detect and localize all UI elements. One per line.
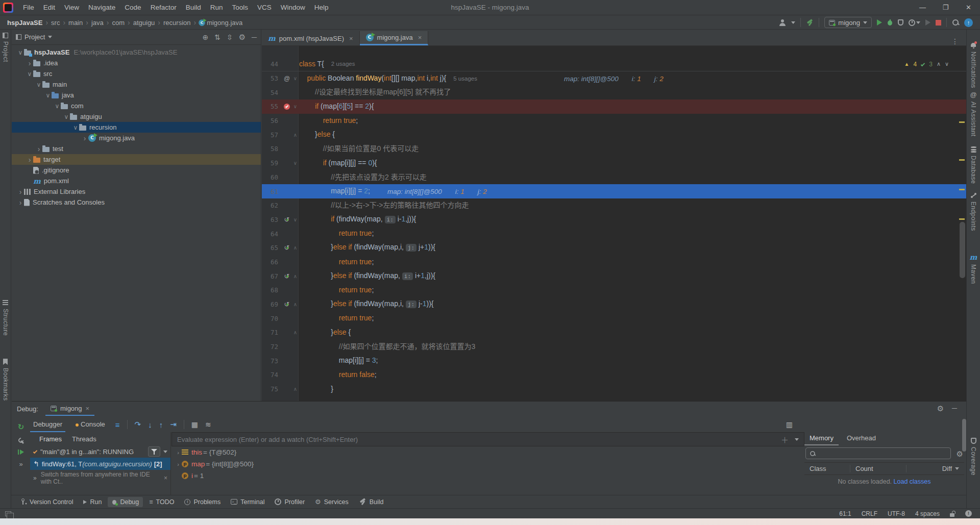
view-options-icon[interactable]: ≋ [205, 420, 211, 429]
chevron-down-icon[interactable]: ∨ [26, 70, 33, 78]
line-number[interactable]: 71 [262, 329, 282, 336]
line-number[interactable]: 44 [262, 60, 282, 68]
code-line-66[interactable]: 66 return true; [262, 255, 966, 269]
line-number[interactable]: 66 [262, 258, 282, 266]
expand-all-icon[interactable]: ⇅ [214, 33, 220, 41]
line-number[interactable]: 73 [262, 357, 282, 365]
menu-window[interactable]: Window [276, 0, 310, 15]
menu-file[interactable]: File [18, 0, 39, 15]
sidebar-item-ai-assistant[interactable]: @AI Assistant [967, 91, 980, 137]
fold-marker-icon[interactable]: ∨ [291, 160, 299, 166]
code-line-62[interactable]: 62 //以上->右->下->左的策略往其他四个方向走 [262, 198, 966, 213]
stack-frame-row[interactable]: ↰ findWay:61, T (com.atguigu.recursion) … [30, 458, 170, 470]
chevron-right-icon[interactable]: › [26, 59, 33, 67]
menu-build[interactable]: Build [181, 0, 206, 15]
code-line-72[interactable]: 72 //如果四个位置都走不通，就将该位置置为3 [262, 340, 966, 354]
code-line-65[interactable]: 65↺∧ }else if (findWay(map,i, j: j+1)){ [262, 241, 966, 255]
tree-item-recursion[interactable]: ∨recursion [12, 122, 261, 133]
next-issue-icon[interactable]: ∨ [945, 61, 949, 67]
line-ending[interactable]: CRLF [862, 510, 877, 517]
caret-position[interactable]: 61:1 [839, 510, 851, 517]
code-line-67[interactable]: 67↺∧ }else if (findWay(map, i: i+1,j)){ [262, 269, 966, 283]
chevron-down-icon[interactable]: ∨ [63, 113, 70, 120]
menu-run[interactable]: Run [206, 0, 228, 15]
file-encoding[interactable]: UTF-8 [888, 510, 905, 517]
code-line-59[interactable]: 59∨ if (map[i][j] == 0){ [262, 156, 966, 170]
breadcrumb-atguigu[interactable]: atguigu [132, 19, 156, 27]
line-number[interactable]: 65 [262, 244, 282, 252]
debug-settings-icon[interactable]: ⚙ [937, 404, 944, 413]
fold-marker-icon[interactable]: ∨ [291, 217, 299, 222]
chevron-down-icon[interactable]: ∨ [54, 103, 61, 110]
line-number[interactable]: 63 [262, 216, 282, 223]
chevron-right-icon[interactable]: › [26, 156, 33, 164]
tree-item-gitignore[interactable]: .gitignore [12, 165, 261, 176]
fold-marker-icon[interactable]: ∧ [291, 132, 299, 138]
tree-item-pom-xml[interactable]: mpom.xml [12, 176, 261, 186]
toolwindow-button-build[interactable]: Build [355, 496, 388, 507]
project-panel-title[interactable]: Project [24, 33, 45, 41]
line-number[interactable]: 75 [262, 385, 282, 393]
tree-item-src[interactable]: ∨src [12, 68, 261, 79]
code-line-55[interactable]: 55∨ if (map[6][5] == 2){ [262, 99, 966, 114]
editor-scrollbar-thumb[interactable] [960, 222, 965, 278]
menu-help[interactable]: Help [310, 0, 333, 15]
line-number[interactable]: 60 [262, 173, 282, 181]
chevron-down-icon[interactable]: ∨ [17, 49, 24, 56]
fold-marker-icon[interactable]: ∧ [291, 302, 299, 307]
debug-button[interactable] [887, 19, 893, 26]
line-number[interactable]: 57 [262, 131, 282, 139]
code-line-68[interactable]: 68 return true; [262, 283, 966, 297]
breakpoint-icon[interactable] [284, 104, 290, 110]
sidebar-item-project[interactable]: Project [0, 33, 11, 62]
tab-memory[interactable]: Memory [804, 431, 839, 445]
fold-marker-icon[interactable]: ∧ [291, 330, 299, 335]
tab-migong-java[interactable]: C migong.java × [360, 31, 429, 45]
breadcrumb-src[interactable]: src [50, 19, 61, 27]
tree-item-scratches-and-consoles[interactable]: ›Scratches and Consoles [12, 197, 261, 208]
toolwindow-button-terminal[interactable]: >_Terminal [227, 497, 268, 507]
hide-debug-icon[interactable]: ─ [952, 404, 957, 413]
thread-dropdown-icon[interactable] [163, 451, 167, 453]
tab-overhead[interactable]: Overhead [842, 431, 881, 445]
search-everywhere-icon[interactable] [952, 19, 959, 26]
resume-program-icon[interactable] [18, 449, 24, 455]
memory-settings-icon[interactable]: ⚙ [957, 449, 963, 459]
toolwindow-button-todo[interactable]: ≡TODO [145, 497, 178, 507]
stop-button[interactable] [936, 20, 941, 26]
usages-inlay[interactable]: 5 usages [453, 76, 477, 82]
chevron-down-icon[interactable]: ∨ [72, 124, 79, 131]
code-line-53[interactable]: 53@∨ public Boolean findWay(int[][] map,… [262, 71, 966, 86]
line-number[interactable]: 54 [262, 89, 282, 96]
tree-item-target[interactable]: ›target [12, 154, 261, 165]
code-line-64[interactable]: 64 return true; [262, 227, 966, 241]
sidebar-item-bookmarks[interactable]: Bookmarks [0, 359, 11, 401]
code-area[interactable]: 44class T{2 usages▲43∧∨53@∨ public Boole… [262, 46, 966, 401]
tab-threads[interactable]: Threads [68, 435, 101, 443]
breadcrumb-migong-java[interactable]: migong.java [206, 19, 243, 27]
column-class[interactable]: Class [804, 465, 850, 472]
recursive-call-icon[interactable]: ↺ [284, 273, 290, 280]
chevron-down-icon[interactable]: ∨ [35, 81, 42, 88]
minimize-button[interactable]: — [911, 0, 934, 15]
tool-window-switcher-icon[interactable] [5, 511, 11, 516]
tree-item-com[interactable]: ∨com [12, 101, 261, 111]
code-line-71[interactable]: 71∧ }else { [262, 326, 966, 340]
user-icon[interactable] [779, 19, 786, 26]
rerun-icon[interactable]: ↻ [18, 422, 24, 432]
breadcrumb-java[interactable]: java [90, 19, 105, 27]
layout-settings-icon[interactable]: ▥ [786, 420, 966, 429]
fold-marker-icon[interactable]: ∨ [291, 76, 299, 81]
chevron-right-icon[interactable]: › [35, 145, 42, 153]
breadcrumb-com[interactable]: com [111, 19, 126, 27]
line-number[interactable]: 70 [262, 315, 282, 322]
chevron-more-icon[interactable]: » [33, 474, 37, 482]
project-view-dropdown-icon[interactable] [48, 36, 52, 38]
tree-item-external-libraries[interactable]: ›External Libraries [12, 186, 261, 197]
line-number[interactable]: 74 [262, 371, 282, 379]
sidebar-item-notifications[interactable]: Notifications [967, 42, 980, 88]
line-number[interactable]: 68 [262, 286, 282, 294]
tree-item-main[interactable]: ∨main [12, 79, 261, 90]
toolwindow-button-version-control[interactable]: Version Control [17, 497, 77, 507]
more-actions-icon[interactable]: » [19, 460, 22, 468]
